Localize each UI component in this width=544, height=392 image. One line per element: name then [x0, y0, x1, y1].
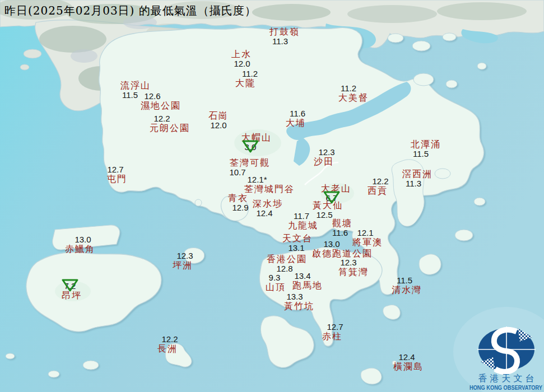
station-value: 12.0 — [210, 120, 226, 130]
station-value: 13.3 — [286, 292, 303, 301]
station: 11.7 九龍城 — [288, 211, 318, 230]
station: 12.7 赤柱 — [322, 322, 342, 341]
station-name-label: 九龍城 — [288, 220, 318, 231]
station: 12.2 西貢 — [368, 176, 388, 195]
station-value: 9.3 — [269, 273, 281, 282]
station-name-label: 石崗 — [208, 110, 229, 121]
station-value: 11.2 — [242, 69, 258, 78]
hko-logo: 香港天文台 HONG KONG OBSERVATORY — [468, 314, 544, 392]
station: 12.3 筲箕灣 — [338, 258, 369, 277]
station-value: 12.3 — [340, 258, 356, 267]
station-value: 12.2 — [154, 114, 170, 123]
station-value: 12.0 — [234, 59, 250, 68]
station: 13.0 赤鱲角 — [65, 235, 95, 254]
station: 13.4 跑馬地 — [292, 271, 323, 290]
station: 13.3 黃竹坑 — [284, 292, 314, 311]
station-value: 12.4 — [256, 208, 272, 218]
station: 滘西洲 11.3 — [402, 169, 433, 188]
station-value: 12.9 — [232, 203, 248, 212]
station-name-label: 濕地公園 — [141, 100, 181, 111]
station-name-label: 橫瀾島 — [393, 361, 424, 372]
station-name-label: 長洲 — [157, 343, 178, 354]
station: 12.7 屯門 — [107, 165, 127, 184]
station: 12.3 坪洲 — [173, 251, 193, 270]
station-value: 11.5 — [413, 149, 429, 158]
station: 青衣 12.9 — [228, 193, 248, 212]
station-value: 12.3 — [318, 147, 334, 157]
station: 11.6 大埔 — [286, 109, 306, 128]
station: 11.2 大美督 — [338, 83, 369, 102]
station-value: 12.4 — [398, 352, 415, 362]
station-value: 12.7 — [107, 165, 123, 174]
station-name-label: 北潭涌 — [411, 139, 441, 150]
station-name-label: 大帽山 — [241, 132, 272, 143]
station-name-label: 元朗公園 — [150, 123, 190, 133]
station-value: 11.3 — [406, 179, 421, 188]
logo-text-en: HONG KONG OBSERVATORY — [469, 385, 542, 391]
station-name-label: 屯門 — [107, 174, 127, 184]
station-name-label: 沙田 — [314, 156, 334, 167]
station-name-label: 赤柱 — [322, 331, 342, 342]
station-name-label: 深水埗 — [253, 198, 283, 209]
station-value: 11.2 — [341, 83, 356, 93]
station-name-label: 打鼓嶺 — [269, 26, 300, 37]
station: 12.4 橫瀾島 — [393, 352, 424, 371]
station-name-label: 荃灣可觀 — [230, 157, 270, 168]
station-name-label: 青衣 — [228, 193, 248, 203]
station-name-label: 黃竹坑 — [284, 301, 314, 311]
station: 香港公園 12.8 — [267, 254, 307, 273]
station-value: 11.3 — [272, 36, 288, 46]
weather-map: 昨日(2025年02月03日) 的最低氣溫（攝氏度） 打鼓嶺 11.3 上水 1… — [0, 0, 544, 392]
station-value: 12.2 — [372, 176, 388, 186]
station-value: 12.6 — [144, 91, 160, 101]
station-name-label: 大埔 — [286, 118, 306, 128]
station-name-label: 筲箕灣 — [338, 267, 369, 277]
station-value: 13.4 — [294, 271, 310, 281]
station: 北潭涌 11.5 — [411, 139, 441, 158]
station: 12.3 沙田 — [314, 147, 334, 166]
station-value: 12.7 — [327, 322, 343, 332]
station-name-label: 大美督 — [338, 92, 369, 103]
station: 上水 12.0 — [231, 49, 252, 68]
station-value: 12.2 — [161, 334, 178, 344]
station-value: 11.5 — [397, 276, 412, 285]
station-name-label: 西貢 — [368, 185, 388, 196]
station-name-label: 坪洲 — [173, 260, 193, 270]
station-name-label: 跑馬地 — [292, 280, 323, 291]
station-name-label: 上水 — [231, 49, 252, 59]
station-name-label: 流浮山 — [120, 80, 151, 91]
station-value: 11.6 — [332, 228, 348, 237]
station-name-label: 昂坪 — [62, 290, 82, 301]
hko-logo-icon: 香港天文台 HONG KONG OBSERVATORY — [468, 314, 544, 392]
station: 11.2 大隴 — [235, 69, 255, 88]
station: 7.2 昂坪 — [62, 281, 82, 300]
station: 13.0 啟德跑道公園 — [312, 239, 373, 258]
station: 12.2 長洲 — [157, 334, 178, 353]
station-value: 12.5 — [316, 210, 332, 220]
station-value: 12.1* — [247, 175, 267, 184]
station-name-label: 黃大仙 — [313, 200, 343, 211]
map-title: 昨日(2025年02月03日) 的最低氣溫（攝氏度） — [4, 3, 257, 18]
station-name-label: 山頂 — [266, 282, 286, 292]
station: 打鼓嶺 11.3 — [269, 27, 300, 46]
station-value: 3.0 — [245, 142, 257, 152]
station-name-label: 赤鱲角 — [65, 244, 95, 254]
station-value: 7.2 — [64, 281, 76, 291]
station: 荃灣可觀 10.7 — [230, 158, 270, 177]
station-value: 12.3 — [176, 251, 193, 260]
station: 9.3 山頂 — [266, 273, 286, 292]
station-value: 11.7 — [294, 211, 309, 221]
station: 12.2 元朗公園 — [150, 114, 190, 133]
station: 12.6 濕地公園 — [141, 91, 181, 110]
station-value: 12.1 — [357, 228, 373, 237]
station-name-label: 觀塘 — [332, 218, 352, 228]
stations-layer: 打鼓嶺 11.3 上水 12.0 1 — [0, 0, 544, 392]
station-name-label: 大隴 — [235, 78, 255, 88]
station-name-label: 荃灣城門谷 — [244, 184, 295, 194]
station-name-label: 香港公園 — [267, 254, 307, 264]
station-value: 13.0 — [75, 235, 91, 244]
station: 觀塘 11.6 — [332, 218, 352, 237]
station-value: 13.0 — [323, 239, 340, 249]
station: 11.5 清水灣 — [392, 276, 422, 295]
station: 深水埗 12.4 — [253, 199, 283, 218]
